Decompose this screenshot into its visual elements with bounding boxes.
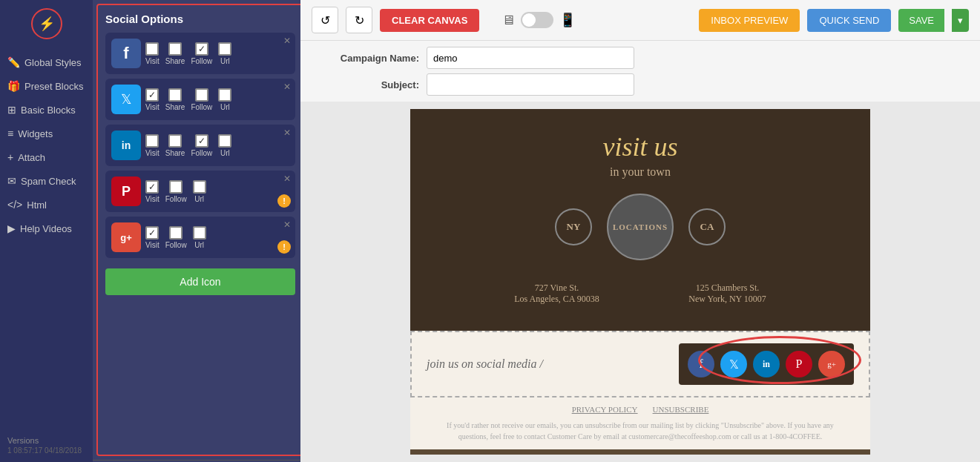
toggle-knob — [522, 13, 536, 27]
join-text: join us on social media / — [427, 357, 543, 371]
facebook-visit[interactable]: Visit — [145, 42, 160, 65]
pi-social-circle[interactable]: P — [786, 351, 812, 377]
quick-send-button[interactable]: QUICK SEND — [807, 9, 891, 32]
facebook-icon: f — [111, 39, 141, 68]
sidebar-item-preset-blocks[interactable]: 🎁 Preset Blocks — [0, 74, 93, 98]
add-icon-button[interactable]: Add Icon — [105, 268, 295, 295]
unsubscribe-link[interactable]: UNSUBSCRIBE — [653, 405, 709, 414]
twitter-url[interactable]: Url — [218, 88, 231, 111]
pinterest-close[interactable]: ✕ — [283, 174, 291, 184]
pinterest-url[interactable]: Url — [193, 180, 206, 203]
campaign-name-input[interactable] — [427, 47, 634, 69]
social-row-google: g+ Visit Follow Url ! ✕ — [105, 217, 295, 258]
linkedin-icon: in — [111, 131, 141, 160]
sidebar-item-html[interactable]: </> Html — [0, 193, 93, 217]
versions-label: Versions — [0, 432, 93, 446]
redo-button[interactable]: ↻ — [346, 7, 372, 33]
clear-canvas-button[interactable]: CLEAR CANVAS — [380, 9, 479, 32]
locations-info: 727 Vine St. Los Angeles, CA 90038 125 C… — [425, 275, 855, 320]
pinterest-warning: ! — [277, 194, 291, 208]
linkedin-share[interactable]: Share — [165, 134, 185, 157]
google-icon: g+ — [111, 222, 141, 252]
sidebar-item-spam-check[interactable]: ✉ Spam Check — [0, 169, 93, 193]
device-toggle-switch[interactable] — [521, 12, 553, 28]
sidebar-item-attach[interactable]: + Attach — [0, 145, 93, 169]
social-row-pinterest: P Visit Follow Url ! ✕ — [105, 171, 295, 212]
undo-button[interactable]: ↺ — [312, 7, 338, 33]
form-area: Campaign Name: Subject: — [300, 41, 980, 102]
canvas-area: visit us in your town NY LOCATIONS CA 72… — [300, 102, 980, 462]
save-dropdown-button[interactable]: ▾ — [952, 9, 969, 32]
social-icons-row: f 𝕏 in P g+ — [679, 343, 854, 385]
logo[interactable]: ⚡ — [30, 7, 63, 43]
subject-row: Subject: — [330, 73, 950, 96]
mobile-icon[interactable]: 📱 — [559, 12, 576, 28]
privacy-policy-link[interactable]: PRIVACY POLICY — [572, 405, 638, 414]
facebook-share[interactable]: Share — [165, 42, 185, 65]
attach-icon: + — [7, 151, 13, 163]
campaign-name-label: Campaign Name: — [330, 53, 419, 64]
google-warning: ! — [277, 240, 291, 254]
email-header: visit us in your town NY LOCATIONS CA 72… — [410, 109, 870, 331]
device-toggle: 🖥 📱 — [501, 12, 576, 28]
tw-social-circle[interactable]: 𝕏 — [720, 351, 747, 377]
ca-circle: CA — [688, 208, 726, 245]
facebook-url[interactable]: Url — [218, 42, 231, 65]
sidebar-item-help-videos[interactable]: ▶ Help Videos — [0, 217, 93, 240]
email-template: visit us in your town NY LOCATIONS CA 72… — [410, 109, 870, 455]
twitter-visit[interactable]: Visit — [145, 88, 160, 111]
video-icon: ▶ — [7, 222, 16, 234]
pinterest-visit[interactable]: Visit — [145, 180, 160, 203]
social-panel: Social Options f Visit Share Follow — [96, 4, 300, 456]
twitter-icon: 𝕏 — [111, 85, 141, 114]
facebook-options: Visit Share Follow Url — [145, 42, 231, 65]
main-area: ↺ ↻ CLEAR CANVAS 🖥 📱 INBOX PREVIEW QUICK… — [300, 0, 980, 462]
google-close[interactable]: ✕ — [283, 220, 291, 230]
footer-links: PRIVACY POLICY UNSUBSCRIBE — [418, 405, 863, 414]
linkedin-follow[interactable]: Follow — [191, 134, 212, 157]
visit-us-title: visit us — [425, 131, 855, 162]
left-panel: Social Options f Visit Share Follow — [93, 0, 300, 462]
google-url[interactable]: Url — [193, 226, 206, 249]
code-icon: </> — [7, 199, 22, 211]
twitter-options: Visit Share Follow Url — [145, 88, 231, 111]
subject-input[interactable] — [427, 73, 634, 96]
li-social-circle[interactable]: in — [753, 351, 780, 377]
footer-text: If you'd rather not receive our emails, … — [418, 420, 863, 442]
twitter-close[interactable]: ✕ — [283, 82, 291, 92]
email-social-section: join us on social media / f 𝕏 in P g+ — [410, 331, 870, 397]
address1: 727 Vine St. Los Angeles, CA 90038 — [514, 283, 599, 305]
sidebar-item-widgets[interactable]: ≡ Widgets — [0, 122, 93, 145]
spam-icon: ✉ — [7, 175, 16, 187]
sidebar-item-basic-blocks[interactable]: ⊞ Basic Blocks — [0, 98, 93, 122]
twitter-follow[interactable]: Follow — [191, 88, 212, 111]
pencil-icon: ✏️ — [7, 56, 20, 68]
pinterest-icon: P — [111, 176, 141, 206]
facebook-follow[interactable]: Follow — [191, 42, 212, 65]
facebook-close[interactable]: ✕ — [283, 36, 291, 46]
google-follow[interactable]: Follow — [165, 226, 187, 249]
grid-icon: ⊞ — [7, 104, 16, 116]
pinterest-options: Visit Follow Url — [145, 180, 206, 203]
sidebar-item-global-styles[interactable]: ✏️ Global Styles — [0, 50, 93, 74]
twitter-share[interactable]: Share — [165, 88, 185, 111]
widget-icon: ≡ — [7, 128, 13, 139]
pinterest-follow[interactable]: Follow — [165, 180, 187, 203]
locations-row: NY LOCATIONS CA — [425, 179, 855, 275]
linkedin-url[interactable]: Url — [218, 134, 231, 157]
email-footer: PRIVACY POLICY UNSUBSCRIBE If you'd rath… — [410, 397, 870, 449]
ny-circle: NY — [555, 208, 592, 245]
fb-social-circle[interactable]: f — [688, 351, 714, 377]
toolbar: ↺ ↻ CLEAR CANVAS 🖥 📱 INBOX PREVIEW QUICK… — [300, 0, 980, 41]
google-visit[interactable]: Visit — [145, 226, 160, 249]
social-row-facebook: f Visit Share Follow Url — [105, 33, 295, 74]
google-options: Visit Follow Url — [145, 226, 206, 249]
visit-us-subtitle: in your town — [425, 165, 855, 179]
desktop-icon[interactable]: 🖥 — [501, 13, 515, 28]
linkedin-options: Visit Share Follow Url — [145, 134, 231, 157]
save-button[interactable]: SAVE — [898, 9, 944, 32]
gp-social-circle[interactable]: g+ — [818, 351, 845, 377]
linkedin-close[interactable]: ✕ — [283, 128, 291, 138]
inbox-preview-button[interactable]: INBOX PREVIEW — [699, 9, 800, 32]
linkedin-visit[interactable]: Visit — [145, 134, 160, 157]
